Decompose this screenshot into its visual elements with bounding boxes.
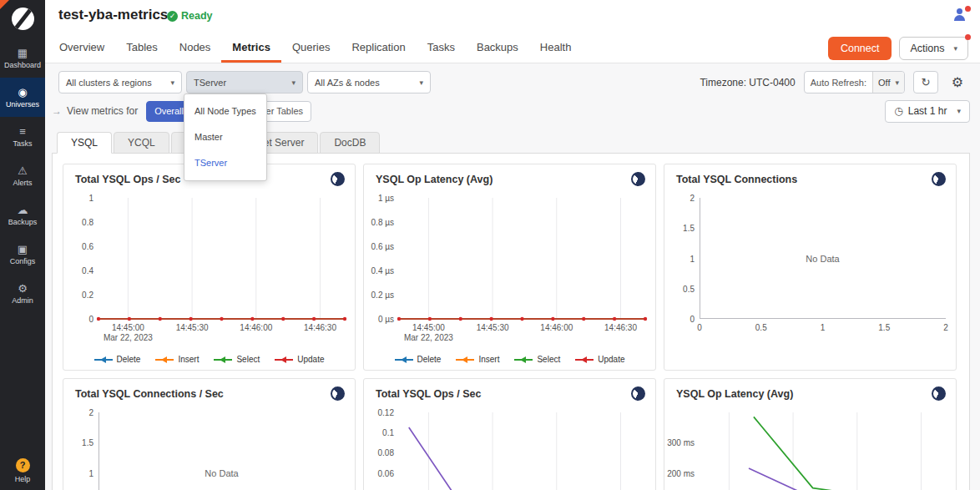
- settings-gear-button[interactable]: ⚙: [947, 71, 968, 93]
- chart-card-ysql-op-latency-avg-2: YSQL Op Latency (Avg)1 µs0.8 µs0.6 µs0.4…: [363, 164, 656, 371]
- legend-item-select[interactable]: Select: [214, 355, 260, 364]
- chart-header: Total YSQL Connections / Sec: [63, 379, 355, 401]
- chart-plot-area: [399, 412, 645, 490]
- y-axis-tick-label: 2: [65, 408, 93, 417]
- y-axis-tick-label: 300 ms: [666, 438, 695, 447]
- metrics-panel: Total YSQL Ops / Sec10.80.60.40.2014:45:…: [52, 153, 970, 490]
- user-icon[interactable]: [952, 8, 967, 22]
- sidebar-item-label: Alerts: [13, 179, 32, 187]
- actions-notification-dot: [965, 34, 971, 40]
- chart-header: YSQL Op Latency (Avg): [364, 164, 655, 186]
- chart-options-icon[interactable]: [331, 172, 345, 186]
- auto-refresh-control[interactable]: Auto Refresh: Off ▾: [804, 71, 905, 93]
- backups-icon: ☁: [18, 205, 28, 215]
- chart-options-icon[interactable]: [932, 172, 946, 186]
- cluster-region-value: All clusters & regions: [66, 78, 152, 88]
- sidebar-item-universes[interactable]: ◉Universes: [0, 78, 45, 117]
- y-axis-tick-label: 0.1: [366, 428, 394, 437]
- chart-options-icon[interactable]: [631, 386, 645, 401]
- chart-plot-area: [700, 412, 946, 490]
- chevron-down-icon: ▾: [419, 78, 423, 87]
- legend-item-delete[interactable]: Delete: [94, 355, 141, 364]
- node-type-option-all-node-types[interactable]: All Node Types: [184, 99, 266, 124]
- legend-line-marker: [395, 356, 413, 363]
- universes-icon: ◉: [18, 87, 27, 98]
- actions-button[interactable]: Actions ▾: [899, 37, 968, 60]
- y-axis-tick-label: 2: [666, 194, 695, 203]
- tab-overview[interactable]: Overview: [48, 33, 115, 63]
- yugabyte-logo[interactable]: [0, 0, 45, 38]
- legend-item-update[interactable]: Update: [575, 355, 624, 364]
- time-range-select[interactable]: ◷ Last 1 hr ▾: [885, 100, 970, 123]
- legend-label: Select: [537, 355, 560, 364]
- chart-title: Total YSQL Connections: [676, 174, 797, 185]
- node-type-option-tserver[interactable]: TServer: [184, 150, 266, 176]
- sidebar-item-alerts[interactable]: ⚠Alerts: [0, 156, 45, 195]
- node-type-select[interactable]: TServer ▾: [186, 71, 303, 93]
- sidebar-item-label: Universes: [6, 100, 39, 109]
- actions-wrap: Actions ▾: [899, 37, 968, 60]
- legend-item-select[interactable]: Select: [514, 355, 560, 364]
- legend-label: Insert: [478, 355, 499, 364]
- refresh-button[interactable]: ↻: [913, 71, 938, 93]
- chart-options-icon[interactable]: [331, 386, 345, 401]
- arrow-right-icon: →: [52, 105, 62, 117]
- sidebar-item-backups[interactable]: ☁Backups: [0, 195, 45, 235]
- no-data-label: No Data: [205, 468, 238, 478]
- tab-health[interactable]: Health: [529, 33, 583, 63]
- sidebar-item-tasks[interactable]: ≡Tasks: [0, 117, 45, 156]
- chart-plot-area: [99, 198, 345, 319]
- chart-options-icon[interactable]: [932, 386, 946, 401]
- y-axis-tick-label: 0.08: [366, 448, 394, 457]
- y-axis-tick-label: 200 ms: [666, 469, 695, 478]
- universe-tabs: OverviewTablesNodesMetricsQueriesReplica…: [48, 33, 582, 63]
- legend-item-insert[interactable]: Insert: [155, 355, 199, 364]
- y-axis-tick-label: 0.8 µs: [366, 218, 394, 227]
- legend-item-update[interactable]: Update: [275, 355, 324, 364]
- tab-replication[interactable]: Replication: [341, 33, 416, 63]
- connect-button[interactable]: Connect: [828, 37, 892, 60]
- legend-line-marker: [575, 356, 594, 363]
- charts-grid: Total YSQL Ops / Sec10.80.60.40.2014:45:…: [53, 154, 969, 490]
- legend-label: Update: [297, 355, 324, 364]
- metric-tab-docdb[interactable]: DocDB: [320, 132, 380, 154]
- metrics-filter-bar: All clusters & regions ▾ TServer ▾ All A…: [58, 71, 968, 93]
- legend-item-delete[interactable]: Delete: [395, 355, 442, 364]
- sidebar-item-admin[interactable]: ⚙Admin: [0, 274, 45, 313]
- tab-nodes[interactable]: Nodes: [169, 33, 222, 63]
- sidebar-nav: ▦Dashboard◉Universes≡Tasks⚠Alerts☁Backup…: [0, 38, 45, 313]
- y-axis-tick-label: 1.5: [65, 438, 93, 447]
- tab-queries[interactable]: Queries: [281, 33, 341, 63]
- metric-tab-ysql[interactable]: YSQL: [57, 132, 112, 154]
- timezone-label: Timezone: UTC-0400: [700, 77, 795, 88]
- dashboard-icon: ▦: [18, 48, 28, 58]
- legend-line-marker: [155, 356, 174, 363]
- y-axis-tick-label: 0.6: [65, 242, 93, 251]
- chevron-down-icon: ▾: [170, 78, 174, 87]
- auto-refresh-label: Auto Refresh:: [805, 78, 872, 88]
- sidebar-item-dashboard[interactable]: ▦Dashboard: [0, 38, 45, 78]
- sidebar-item-help[interactable]: ? Help: [0, 458, 45, 483]
- node-type-option-master[interactable]: Master: [184, 124, 266, 150]
- auto-refresh-value[interactable]: Off ▾: [872, 72, 904, 93]
- legend-item-insert[interactable]: Insert: [456, 355, 499, 364]
- chart-card-total-ysql-ops-sec-5: Total YSQL Ops / Sec0.120.10.080.060.040…: [363, 378, 656, 490]
- universe-status-text: Ready: [181, 10, 213, 22]
- sidebar-item-configs[interactable]: ▣Configs: [0, 235, 45, 274]
- cluster-region-select[interactable]: All clusters & regions ▾: [58, 71, 182, 93]
- metric-tab-ycql[interactable]: YCQL: [114, 132, 169, 154]
- universe-title: test-yba-metrics: [58, 7, 168, 23]
- y-axis-tick-label: 1: [65, 469, 93, 478]
- x-axis-tick-label: 14:46:30: [279, 323, 356, 333]
- legend-label: Select: [236, 355, 260, 364]
- chevron-down-icon: ▾: [291, 78, 296, 87]
- chart-options-icon[interactable]: [631, 172, 645, 186]
- view-metrics-label: View metrics for: [67, 105, 138, 117]
- az-node-select[interactable]: All AZs & nodes ▾: [307, 71, 431, 93]
- legend-line-marker: [514, 356, 533, 363]
- tab-backups[interactable]: Backups: [466, 33, 529, 63]
- tab-metrics[interactable]: Metrics: [221, 33, 281, 63]
- tab-tasks[interactable]: Tasks: [417, 33, 466, 63]
- tab-tables[interactable]: Tables: [115, 33, 169, 63]
- chevron-down-icon: ▾: [953, 44, 957, 53]
